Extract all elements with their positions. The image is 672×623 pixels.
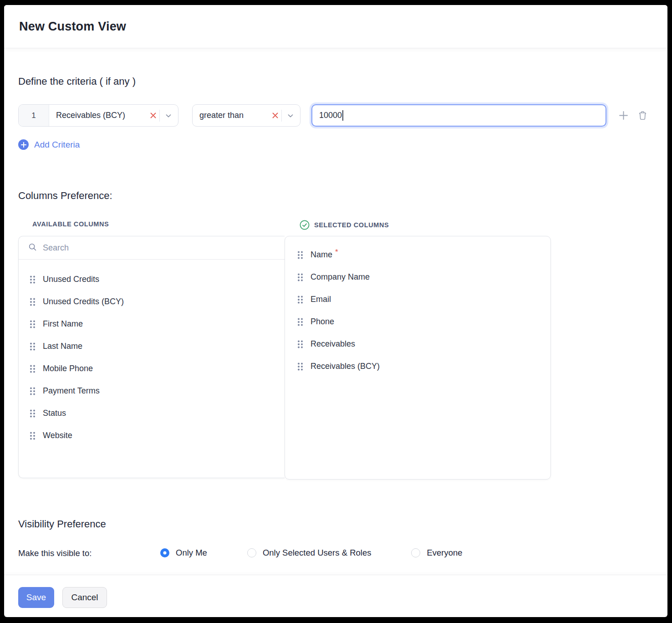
text-cursor xyxy=(342,110,343,121)
selected-columns-header: SELECTED COLUMNS xyxy=(299,220,389,230)
column-label: Receivables (BCY) xyxy=(311,362,380,371)
list-item[interactable]: Receivables xyxy=(285,333,550,355)
dialog-header: New Custom View xyxy=(4,5,667,48)
list-item[interactable]: Phone xyxy=(285,311,550,333)
radio-icon[interactable] xyxy=(247,548,256,557)
column-label: Receivables xyxy=(311,339,355,349)
criteria-field-value: Receivables (BCY) xyxy=(49,111,147,120)
visibility-option[interactable]: Everyone xyxy=(411,548,462,558)
selected-columns-list: Name * Company Name Email Phone xyxy=(285,236,550,378)
column-label: Website xyxy=(43,431,72,440)
add-row-icon[interactable] xyxy=(617,109,630,122)
check-badge-icon xyxy=(299,220,310,230)
dialog-title: New Custom View xyxy=(19,20,126,34)
list-item[interactable]: Last Name xyxy=(19,335,285,357)
drag-handle-icon[interactable] xyxy=(297,250,303,260)
chevron-down-icon[interactable] xyxy=(282,112,300,120)
drag-handle-icon[interactable] xyxy=(30,387,36,396)
delete-row-icon[interactable] xyxy=(637,110,648,121)
drag-handle-icon[interactable] xyxy=(297,295,303,304)
drag-handle-icon[interactable] xyxy=(30,320,36,329)
save-button[interactable]: Save xyxy=(18,587,54,608)
criteria-value-text: 10000 xyxy=(319,111,342,120)
criteria-index: 1 xyxy=(19,105,49,126)
required-asterisk: * xyxy=(335,248,338,257)
list-item[interactable]: Payment Terms xyxy=(19,380,285,402)
dialog-footer: Save Cancel xyxy=(4,575,667,617)
list-item[interactable]: Unused Credits xyxy=(19,268,285,291)
criteria-section-heading: Define the criteria ( if any ) xyxy=(18,76,136,87)
columns-headers: AVAILABLE COLUMNS SELECTED COLUMNS xyxy=(4,220,667,231)
add-criteria-label: Add Criteria xyxy=(34,140,80,150)
visibility-option-label: Only Selected Users & Roles xyxy=(263,548,372,558)
column-label: Unused Credits (BCY) xyxy=(43,297,124,306)
drag-handle-icon[interactable] xyxy=(297,273,303,282)
selected-columns-panel: Name * Company Name Email Phone xyxy=(285,236,551,480)
chevron-down-icon[interactable] xyxy=(160,112,178,120)
criteria-row: 1 Receivables (BCY) greater than 10000 xyxy=(18,104,648,127)
plus-circle-icon xyxy=(18,139,29,150)
list-item[interactable]: Receivables (BCY) xyxy=(285,355,550,378)
columns-panels: Unused Credits Unused Credits (BCY) Firs… xyxy=(18,236,551,478)
visibility-option-label: Only Me xyxy=(176,548,207,558)
list-item[interactable]: Website xyxy=(19,424,285,447)
available-columns-list: Unused Credits Unused Credits (BCY) Firs… xyxy=(19,260,285,447)
drag-handle-icon[interactable] xyxy=(30,364,36,373)
column-label: Name xyxy=(311,250,332,260)
criteria-value-input[interactable]: 10000 xyxy=(311,104,606,127)
selected-columns-header-label: SELECTED COLUMNS xyxy=(314,221,389,229)
radio-icon[interactable] xyxy=(160,548,169,557)
drag-handle-icon[interactable] xyxy=(297,340,303,349)
available-columns-header: AVAILABLE COLUMNS xyxy=(32,220,109,228)
criteria-comparator-value: greater than xyxy=(193,111,269,120)
drag-handle-icon[interactable] xyxy=(30,431,36,440)
list-item[interactable]: Mobile Phone xyxy=(19,357,285,380)
list-item[interactable]: Company Name xyxy=(285,266,550,288)
visibility-section-heading: Visibility Preference xyxy=(18,518,106,530)
list-item[interactable]: Name * xyxy=(285,244,550,266)
search-icon xyxy=(28,243,37,253)
column-label: Status xyxy=(43,409,66,418)
clear-comparator-icon[interactable] xyxy=(269,112,281,119)
visibility-option-label: Everyone xyxy=(427,548,462,558)
criteria-field-select[interactable]: 1 Receivables (BCY) xyxy=(18,104,178,127)
radio-icon[interactable] xyxy=(411,548,420,557)
drag-handle-icon[interactable] xyxy=(30,297,36,306)
new-custom-view-dialog: New Custom View Define the criteria ( if… xyxy=(4,5,667,617)
columns-section-heading: Columns Preference: xyxy=(18,190,112,202)
clear-field-icon[interactable] xyxy=(147,112,159,119)
cancel-button[interactable]: Cancel xyxy=(62,587,107,608)
visibility-option[interactable]: Only Me xyxy=(160,548,207,558)
drag-handle-icon[interactable] xyxy=(297,362,303,371)
column-label: Phone xyxy=(311,317,334,327)
drag-handle-icon[interactable] xyxy=(30,409,36,418)
add-criteria-button[interactable]: Add Criteria xyxy=(18,139,80,150)
available-columns-panel: Unused Credits Unused Credits (BCY) Firs… xyxy=(18,236,285,478)
visibility-row: Make this visible to: Only Me Only Selec… xyxy=(18,548,653,560)
column-label: Company Name xyxy=(311,272,370,282)
search-input[interactable] xyxy=(43,243,285,253)
visibility-options: Only Me Only Selected Users & Roles Ever… xyxy=(160,548,463,558)
list-item[interactable]: Email xyxy=(285,288,550,311)
visibility-option[interactable]: Only Selected Users & Roles xyxy=(247,548,372,558)
list-item[interactable]: First Name xyxy=(19,313,285,335)
column-label: Payment Terms xyxy=(43,386,100,396)
drag-handle-icon[interactable] xyxy=(297,317,303,327)
visibility-label: Make this visible to: xyxy=(18,548,92,558)
criteria-comparator-select[interactable]: greater than xyxy=(192,104,300,127)
drag-handle-icon[interactable] xyxy=(30,342,36,351)
column-label: First Name xyxy=(43,319,83,329)
drag-handle-icon[interactable] xyxy=(30,275,36,284)
column-label: Mobile Phone xyxy=(43,364,93,373)
column-label: Last Name xyxy=(43,342,82,351)
list-item[interactable]: Unused Credits (BCY) xyxy=(19,291,285,313)
search-row xyxy=(19,236,285,260)
column-label: Unused Credits xyxy=(43,275,99,284)
column-label: Email xyxy=(311,295,331,304)
list-item[interactable]: Status xyxy=(19,402,285,424)
